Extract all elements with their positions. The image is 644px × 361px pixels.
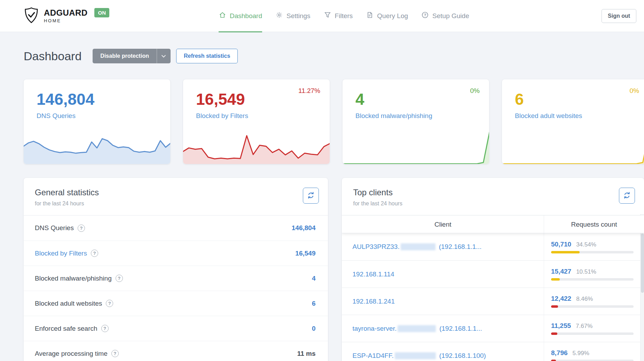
client-cell: 192.168.1.241 — [342, 288, 544, 315]
stat-card-blocked-by-filters: 11.27%16,549Blocked by Filters — [183, 79, 330, 164]
card-value: 146,804 — [37, 91, 170, 107]
client-cell: tayrona-server.(192.168.1.1... — [342, 315, 544, 342]
table-row: 192.168.1.11415,42710.51% — [342, 260, 644, 288]
client-link[interactable]: tayrona-server.(192.168.1.1... — [352, 325, 482, 332]
protection-status-badge: ON — [94, 8, 109, 17]
card-value: 6 — [515, 91, 644, 107]
stat-value: 0 — [312, 325, 316, 332]
nav-item-setup-guide[interactable]: ? Setup Guide — [421, 0, 469, 32]
client-name: 192.168.1.114 — [352, 270, 394, 278]
page-head: Dashboard Disable protection Refresh sta… — [24, 49, 644, 63]
stat-card-dns-queries: 146,804DNS Queries — [24, 79, 170, 164]
requests-bar-fill — [551, 278, 560, 281]
stat-row-dns-queries: DNS Queries?146,804 — [24, 215, 328, 241]
nav-label: Settings — [286, 12, 311, 20]
client-name: AULP33PRZ33. — [352, 243, 399, 251]
stat-row-blocked-malware-phishing: Blocked malware/phishing?4 — [24, 266, 328, 291]
scrollbar-thumb[interactable] — [641, 234, 644, 293]
client-link[interactable]: 192.168.1.114 — [352, 270, 394, 278]
general-statistics-header: General statistics for the last 24 hours — [24, 178, 328, 215]
chevron-down-icon — [161, 53, 166, 59]
requests-percent: 7.67% — [576, 323, 592, 330]
client-link[interactable]: 192.168.1.241 — [352, 298, 395, 305]
column-header-client[interactable]: Client — [342, 215, 544, 233]
refresh-general-statistics-button[interactable] — [303, 188, 319, 204]
nav-label: Setup Guide — [432, 12, 469, 20]
document-icon — [366, 11, 374, 21]
client-link[interactable]: AULP33PRZ33.(192.168.1.1... — [352, 243, 481, 251]
requests-count-cell: 11,2557.67% — [544, 322, 644, 335]
stat-label-text: DNS Queries — [35, 224, 74, 232]
client-ip-suffix: (192.168.1.1... — [439, 325, 482, 332]
stat-label-text: Enforced safe search — [35, 325, 97, 332]
stat-label: Enforced safe search? — [35, 325, 109, 332]
requests-count-value: 12,422 — [551, 295, 571, 303]
stat-label: Blocked malware/phishing? — [35, 275, 123, 282]
nav-label: Dashboard — [230, 12, 262, 20]
shield-logo-icon — [24, 7, 39, 25]
requests-count-value: 50,710 — [551, 241, 571, 248]
nav-item-query-log[interactable]: Query Log — [366, 0, 408, 32]
client-ip-suffix: (192.168.1.100) — [439, 352, 486, 360]
protection-dropdown-toggle[interactable] — [157, 49, 171, 63]
card-percent: 0% — [630, 87, 639, 95]
card-label: Blocked malware/phishing — [355, 112, 489, 120]
card-label: Blocked adult websites — [515, 112, 644, 120]
redacted-blur — [398, 325, 436, 332]
requests-bar-track — [551, 278, 634, 281]
help-icon[interactable]: ? — [106, 300, 113, 307]
stat-card-blocked-adult-websites: 0%6Blocked adult websites — [502, 79, 644, 164]
stat-label-text: Blocked by Filters — [35, 250, 87, 257]
stat-row-blocked-adult-websites: Blocked adult websites?6 — [24, 291, 328, 316]
table-row: AULP33PRZ33.(192.168.1.1...50,71034.54% — [342, 233, 644, 260]
question-icon: ? — [421, 11, 429, 21]
card-label: DNS Queries — [37, 112, 170, 120]
refresh-icon — [307, 191, 315, 200]
stat-label: Average processing time? — [35, 350, 119, 358]
help-icon[interactable]: ? — [101, 325, 109, 332]
requests-percent: 10.51% — [576, 268, 596, 275]
refresh-icon — [623, 191, 631, 200]
table-row: 192.168.1.24112,4228.46% — [342, 288, 644, 315]
card-value: 4 — [355, 91, 489, 107]
gear-icon — [275, 11, 283, 21]
refresh-top-clients-button[interactable] — [619, 188, 635, 204]
nav-item-settings[interactable]: Settings — [275, 0, 311, 32]
stat-label-link[interactable]: Blocked by Filters? — [35, 250, 98, 257]
stat-label: DNS Queries? — [35, 224, 85, 232]
requests-bar-track — [551, 360, 634, 361]
requests-percent: 8.46% — [576, 296, 593, 303]
help-icon[interactable]: ? — [91, 250, 98, 257]
disable-protection-button[interactable]: Disable protection — [93, 49, 171, 63]
client-name: tayrona-server. — [352, 325, 396, 332]
nav-label: Filters — [335, 12, 353, 20]
requests-count-cell: 8,7965.99% — [544, 349, 644, 361]
stat-label-text: Blocked malware/phishing — [35, 275, 112, 282]
nav-item-dashboard[interactable]: Dashboard — [219, 0, 262, 32]
sign-out-button[interactable]: Sign out — [602, 9, 636, 23]
stat-row-average-processing-time: Average processing time?11 ms — [24, 341, 328, 361]
column-header-requests-count[interactable]: Requests count — [544, 215, 644, 233]
table-row: tayrona-server.(192.168.1.1...11,2557.67… — [342, 315, 644, 342]
stat-value: 16,549 — [295, 250, 315, 257]
stat-row-blocked-by-filters: Blocked by Filters?16,549 — [24, 241, 328, 266]
requests-percent: 5.99% — [573, 350, 589, 357]
help-icon[interactable]: ? — [111, 350, 119, 357]
panel-subtitle: for the last 24 hours — [353, 201, 634, 207]
nav-item-filters[interactable]: Filters — [324, 0, 353, 32]
top-clients-table-header: Client Requests count — [342, 215, 644, 233]
panel-title: Top clients — [353, 188, 634, 197]
general-statistics-panel: General statistics for the last 24 hours… — [24, 178, 328, 361]
refresh-statistics-button[interactable]: Refresh statistics — [176, 49, 238, 63]
requests-count-cell: 15,42710.51% — [544, 268, 644, 281]
client-cell: ESP-A1D4FF.(192.168.1.100) — [342, 342, 544, 361]
client-link[interactable]: ESP-A1D4FF.(192.168.1.100) — [352, 352, 486, 360]
stat-value: 146,804 — [292, 224, 316, 232]
table-scrollbar[interactable] — [640, 214, 644, 361]
panel-subtitle: for the last 24 hours — [35, 201, 317, 207]
client-cell: AULP33PRZ33.(192.168.1.1... — [342, 233, 544, 260]
brand-logo: ADGUARD HOME ON — [24, 7, 109, 25]
help-icon[interactable]: ? — [116, 275, 123, 282]
sparkline-chart — [502, 130, 644, 164]
help-icon[interactable]: ? — [78, 225, 85, 232]
